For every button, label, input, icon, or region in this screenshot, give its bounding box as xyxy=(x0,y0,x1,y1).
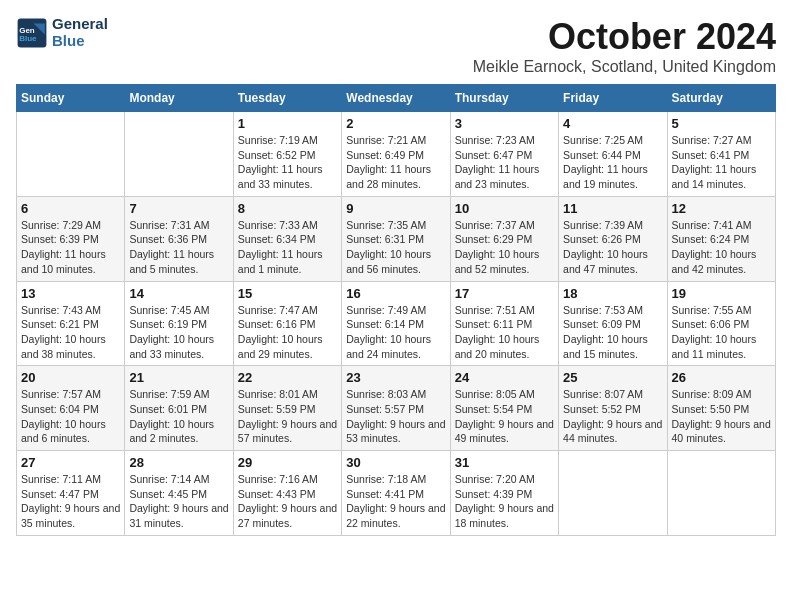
calendar-week-row: 1Sunrise: 7:19 AMSunset: 6:52 PMDaylight… xyxy=(17,112,776,197)
weekday-header: Wednesday xyxy=(342,85,450,112)
day-info: Sunrise: 7:43 AMSunset: 6:21 PMDaylight:… xyxy=(21,303,120,362)
day-info: Sunrise: 7:35 AMSunset: 6:31 PMDaylight:… xyxy=(346,218,445,277)
calendar-cell: 17Sunrise: 7:51 AMSunset: 6:11 PMDayligh… xyxy=(450,281,558,366)
calendar-cell: 2Sunrise: 7:21 AMSunset: 6:49 PMDaylight… xyxy=(342,112,450,197)
calendar-cell: 19Sunrise: 7:55 AMSunset: 6:06 PMDayligh… xyxy=(667,281,775,366)
calendar-cell: 15Sunrise: 7:47 AMSunset: 6:16 PMDayligh… xyxy=(233,281,341,366)
calendar-cell: 21Sunrise: 7:59 AMSunset: 6:01 PMDayligh… xyxy=(125,366,233,451)
day-number: 2 xyxy=(346,116,445,131)
svg-text:Blue: Blue xyxy=(19,34,37,43)
calendar-cell: 3Sunrise: 7:23 AMSunset: 6:47 PMDaylight… xyxy=(450,112,558,197)
day-info: Sunrise: 7:25 AMSunset: 6:44 PMDaylight:… xyxy=(563,133,662,192)
day-info: Sunrise: 7:31 AMSunset: 6:36 PMDaylight:… xyxy=(129,218,228,277)
weekday-header: Thursday xyxy=(450,85,558,112)
calendar-cell: 29Sunrise: 7:16 AMSunset: 4:43 PMDayligh… xyxy=(233,451,341,536)
day-info: Sunrise: 7:53 AMSunset: 6:09 PMDaylight:… xyxy=(563,303,662,362)
day-info: Sunrise: 7:16 AMSunset: 4:43 PMDaylight:… xyxy=(238,472,337,531)
day-number: 14 xyxy=(129,286,228,301)
day-number: 22 xyxy=(238,370,337,385)
calendar-cell xyxy=(125,112,233,197)
day-info: Sunrise: 8:01 AMSunset: 5:59 PMDaylight:… xyxy=(238,387,337,446)
day-number: 8 xyxy=(238,201,337,216)
day-number: 15 xyxy=(238,286,337,301)
day-number: 27 xyxy=(21,455,120,470)
calendar-cell: 25Sunrise: 8:07 AMSunset: 5:52 PMDayligh… xyxy=(559,366,667,451)
calendar-week-row: 20Sunrise: 7:57 AMSunset: 6:04 PMDayligh… xyxy=(17,366,776,451)
day-info: Sunrise: 7:21 AMSunset: 6:49 PMDaylight:… xyxy=(346,133,445,192)
logo-text: General Blue xyxy=(52,16,108,49)
day-number: 10 xyxy=(455,201,554,216)
month-title: October 2024 xyxy=(473,16,776,58)
calendar-week-row: 13Sunrise: 7:43 AMSunset: 6:21 PMDayligh… xyxy=(17,281,776,366)
day-number: 3 xyxy=(455,116,554,131)
calendar-cell: 6Sunrise: 7:29 AMSunset: 6:39 PMDaylight… xyxy=(17,196,125,281)
day-number: 28 xyxy=(129,455,228,470)
day-info: Sunrise: 8:05 AMSunset: 5:54 PMDaylight:… xyxy=(455,387,554,446)
calendar-cell: 26Sunrise: 8:09 AMSunset: 5:50 PMDayligh… xyxy=(667,366,775,451)
day-number: 21 xyxy=(129,370,228,385)
day-info: Sunrise: 7:19 AMSunset: 6:52 PMDaylight:… xyxy=(238,133,337,192)
day-number: 12 xyxy=(672,201,771,216)
day-number: 23 xyxy=(346,370,445,385)
page-header: Gen Blue General Blue October 2024 Meikl… xyxy=(16,16,776,76)
day-number: 16 xyxy=(346,286,445,301)
calendar-table: SundayMondayTuesdayWednesdayThursdayFrid… xyxy=(16,84,776,536)
day-info: Sunrise: 7:14 AMSunset: 4:45 PMDaylight:… xyxy=(129,472,228,531)
logo: Gen Blue General Blue xyxy=(16,16,108,49)
weekday-header: Sunday xyxy=(17,85,125,112)
calendar-cell: 31Sunrise: 7:20 AMSunset: 4:39 PMDayligh… xyxy=(450,451,558,536)
location: Meikle Earnock, Scotland, United Kingdom xyxy=(473,58,776,76)
day-number: 17 xyxy=(455,286,554,301)
calendar-cell: 10Sunrise: 7:37 AMSunset: 6:29 PMDayligh… xyxy=(450,196,558,281)
calendar-cell xyxy=(559,451,667,536)
day-info: Sunrise: 7:27 AMSunset: 6:41 PMDaylight:… xyxy=(672,133,771,192)
day-number: 5 xyxy=(672,116,771,131)
calendar-cell: 18Sunrise: 7:53 AMSunset: 6:09 PMDayligh… xyxy=(559,281,667,366)
day-info: Sunrise: 7:59 AMSunset: 6:01 PMDaylight:… xyxy=(129,387,228,446)
calendar-cell: 9Sunrise: 7:35 AMSunset: 6:31 PMDaylight… xyxy=(342,196,450,281)
calendar-cell: 30Sunrise: 7:18 AMSunset: 4:41 PMDayligh… xyxy=(342,451,450,536)
weekday-header-row: SundayMondayTuesdayWednesdayThursdayFrid… xyxy=(17,85,776,112)
title-block: October 2024 Meikle Earnock, Scotland, U… xyxy=(473,16,776,76)
calendar-cell: 11Sunrise: 7:39 AMSunset: 6:26 PMDayligh… xyxy=(559,196,667,281)
day-info: Sunrise: 7:55 AMSunset: 6:06 PMDaylight:… xyxy=(672,303,771,362)
logo-icon: Gen Blue xyxy=(16,17,48,49)
day-number: 24 xyxy=(455,370,554,385)
day-info: Sunrise: 7:51 AMSunset: 6:11 PMDaylight:… xyxy=(455,303,554,362)
day-info: Sunrise: 7:18 AMSunset: 4:41 PMDaylight:… xyxy=(346,472,445,531)
calendar-cell: 20Sunrise: 7:57 AMSunset: 6:04 PMDayligh… xyxy=(17,366,125,451)
day-info: Sunrise: 7:11 AMSunset: 4:47 PMDaylight:… xyxy=(21,472,120,531)
calendar-cell: 5Sunrise: 7:27 AMSunset: 6:41 PMDaylight… xyxy=(667,112,775,197)
day-number: 18 xyxy=(563,286,662,301)
calendar-cell: 1Sunrise: 7:19 AMSunset: 6:52 PMDaylight… xyxy=(233,112,341,197)
day-info: Sunrise: 8:07 AMSunset: 5:52 PMDaylight:… xyxy=(563,387,662,446)
day-info: Sunrise: 7:20 AMSunset: 4:39 PMDaylight:… xyxy=(455,472,554,531)
day-info: Sunrise: 7:37 AMSunset: 6:29 PMDaylight:… xyxy=(455,218,554,277)
day-number: 25 xyxy=(563,370,662,385)
day-number: 1 xyxy=(238,116,337,131)
calendar-cell: 13Sunrise: 7:43 AMSunset: 6:21 PMDayligh… xyxy=(17,281,125,366)
day-info: Sunrise: 7:33 AMSunset: 6:34 PMDaylight:… xyxy=(238,218,337,277)
day-number: 9 xyxy=(346,201,445,216)
day-number: 7 xyxy=(129,201,228,216)
calendar-cell: 7Sunrise: 7:31 AMSunset: 6:36 PMDaylight… xyxy=(125,196,233,281)
day-number: 4 xyxy=(563,116,662,131)
calendar-week-row: 6Sunrise: 7:29 AMSunset: 6:39 PMDaylight… xyxy=(17,196,776,281)
calendar-cell: 22Sunrise: 8:01 AMSunset: 5:59 PMDayligh… xyxy=(233,366,341,451)
day-info: Sunrise: 8:03 AMSunset: 5:57 PMDaylight:… xyxy=(346,387,445,446)
day-number: 11 xyxy=(563,201,662,216)
day-info: Sunrise: 7:47 AMSunset: 6:16 PMDaylight:… xyxy=(238,303,337,362)
day-info: Sunrise: 7:23 AMSunset: 6:47 PMDaylight:… xyxy=(455,133,554,192)
calendar-cell xyxy=(17,112,125,197)
calendar-cell: 27Sunrise: 7:11 AMSunset: 4:47 PMDayligh… xyxy=(17,451,125,536)
weekday-header: Tuesday xyxy=(233,85,341,112)
day-number: 6 xyxy=(21,201,120,216)
day-info: Sunrise: 7:49 AMSunset: 6:14 PMDaylight:… xyxy=(346,303,445,362)
calendar-cell: 8Sunrise: 7:33 AMSunset: 6:34 PMDaylight… xyxy=(233,196,341,281)
day-info: Sunrise: 8:09 AMSunset: 5:50 PMDaylight:… xyxy=(672,387,771,446)
weekday-header: Saturday xyxy=(667,85,775,112)
weekday-header: Monday xyxy=(125,85,233,112)
day-number: 20 xyxy=(21,370,120,385)
day-number: 31 xyxy=(455,455,554,470)
day-number: 29 xyxy=(238,455,337,470)
